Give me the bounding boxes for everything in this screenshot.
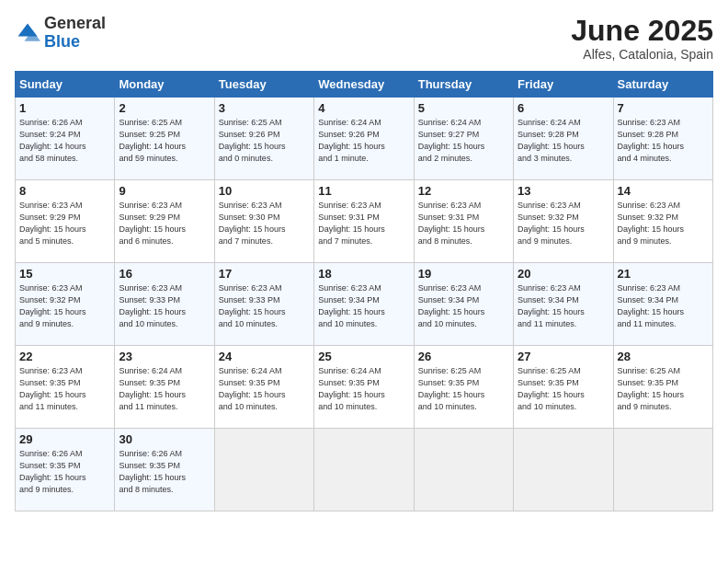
weekday-header: Wednesday [314, 72, 414, 98]
calendar-cell: 17Sunrise: 6:23 AM Sunset: 9:33 PM Dayli… [214, 263, 313, 346]
day-number: 5 [418, 101, 509, 115]
day-info: Sunrise: 6:25 AM Sunset: 9:25 PM Dayligh… [119, 117, 210, 165]
day-number: 15 [19, 267, 110, 281]
day-number: 14 [618, 184, 709, 198]
day-info: Sunrise: 6:23 AM Sunset: 9:32 PM Dayligh… [19, 282, 110, 330]
day-info: Sunrise: 6:23 AM Sunset: 9:29 PM Dayligh… [119, 200, 210, 247]
day-number: 24 [219, 350, 310, 363]
calendar-cell: 23Sunrise: 6:24 AM Sunset: 9:35 PM Dayli… [115, 346, 214, 429]
day-number: 20 [518, 267, 609, 281]
day-number: 29 [19, 432, 110, 446]
calendar-cell: 19Sunrise: 6:23 AM Sunset: 9:34 PM Dayli… [414, 263, 513, 346]
weekday-header: Tuesday [214, 72, 313, 98]
calendar-cell: 6Sunrise: 6:24 AM Sunset: 9:28 PM Daylig… [514, 98, 613, 180]
day-number: 26 [418, 350, 509, 363]
day-number: 2 [119, 101, 210, 115]
calendar-title: June 2025 [571, 15, 713, 47]
day-info: Sunrise: 6:23 AM Sunset: 9:31 PM Dayligh… [418, 200, 509, 247]
weekday-header-row: SundayMondayTuesdayWednesdayThursdayFrid… [16, 72, 713, 98]
day-number: 22 [19, 350, 110, 363]
logo: General Blue [15, 15, 106, 52]
calendar-cell: 26Sunrise: 6:25 AM Sunset: 9:35 PM Dayli… [414, 346, 513, 429]
day-number: 30 [119, 432, 210, 446]
calendar-cell: 2Sunrise: 6:25 AM Sunset: 9:25 PM Daylig… [115, 98, 214, 180]
calendar-cell: 8Sunrise: 6:23 AM Sunset: 9:29 PM Daylig… [16, 180, 115, 263]
calendar-cell: 29Sunrise: 6:26 AM Sunset: 9:35 PM Dayli… [16, 429, 115, 511]
calendar-table: SundayMondayTuesdayWednesdayThursdayFrid… [15, 71, 713, 511]
day-number: 27 [518, 350, 609, 363]
day-number: 21 [618, 267, 709, 281]
day-number: 17 [219, 267, 310, 281]
day-number: 3 [219, 101, 310, 115]
calendar-week-row: 15Sunrise: 6:23 AM Sunset: 9:32 PM Dayli… [16, 263, 713, 346]
calendar-cell: 1Sunrise: 6:26 AM Sunset: 9:24 PM Daylig… [16, 98, 115, 180]
logo-general: General [44, 14, 106, 32]
day-info: Sunrise: 6:23 AM Sunset: 9:33 PM Dayligh… [219, 282, 310, 330]
day-info: Sunrise: 6:24 AM Sunset: 9:35 PM Dayligh… [219, 365, 310, 413]
calendar-cell: 21Sunrise: 6:23 AM Sunset: 9:34 PM Dayli… [613, 263, 712, 346]
weekday-header: Friday [514, 72, 613, 98]
day-info: Sunrise: 6:24 AM Sunset: 9:35 PM Dayligh… [318, 365, 409, 413]
day-info: Sunrise: 6:25 AM Sunset: 9:35 PM Dayligh… [518, 365, 609, 413]
weekday-header: Saturday [613, 72, 712, 98]
day-number: 11 [318, 184, 409, 198]
day-number: 28 [618, 350, 709, 363]
calendar-week-row: 22Sunrise: 6:23 AM Sunset: 9:35 PM Dayli… [16, 346, 713, 429]
day-info: Sunrise: 6:23 AM Sunset: 9:30 PM Dayligh… [219, 200, 310, 247]
day-info: Sunrise: 6:23 AM Sunset: 9:32 PM Dayligh… [518, 200, 609, 247]
calendar-cell: 14Sunrise: 6:23 AM Sunset: 9:32 PM Dayli… [613, 180, 712, 263]
calendar-cell: 18Sunrise: 6:23 AM Sunset: 9:34 PM Dayli… [314, 263, 414, 346]
calendar-cell: 12Sunrise: 6:23 AM Sunset: 9:31 PM Dayli… [414, 180, 513, 263]
day-number: 23 [119, 350, 210, 363]
day-info: Sunrise: 6:23 AM Sunset: 9:31 PM Dayligh… [318, 200, 409, 247]
calendar-cell [314, 429, 414, 511]
logo-blue: Blue [44, 32, 80, 51]
day-info: Sunrise: 6:24 AM Sunset: 9:28 PM Dayligh… [518, 117, 609, 165]
title-area: June 2025 Alfes, Catalonia, Spain [571, 15, 713, 62]
day-number: 8 [19, 184, 110, 198]
weekday-header: Sunday [16, 72, 115, 98]
day-info: Sunrise: 6:25 AM Sunset: 9:35 PM Dayligh… [418, 365, 509, 413]
calendar-cell: 10Sunrise: 6:23 AM Sunset: 9:30 PM Dayli… [214, 180, 313, 263]
logo-icon [15, 20, 40, 46]
calendar-cell [414, 429, 513, 511]
day-number: 25 [318, 350, 409, 363]
calendar-cell [214, 429, 313, 511]
calendar-cell: 24Sunrise: 6:24 AM Sunset: 9:35 PM Dayli… [214, 346, 313, 429]
day-info: Sunrise: 6:23 AM Sunset: 9:34 PM Dayligh… [418, 282, 509, 330]
day-info: Sunrise: 6:23 AM Sunset: 9:34 PM Dayligh… [518, 282, 609, 330]
calendar-cell: 3Sunrise: 6:25 AM Sunset: 9:26 PM Daylig… [214, 98, 313, 180]
logo-text: General Blue [44, 15, 106, 52]
calendar-cell [514, 429, 613, 511]
calendar-cell: 15Sunrise: 6:23 AM Sunset: 9:32 PM Dayli… [16, 263, 115, 346]
day-number: 12 [418, 184, 509, 198]
day-info: Sunrise: 6:23 AM Sunset: 9:28 PM Dayligh… [618, 117, 709, 165]
day-info: Sunrise: 6:23 AM Sunset: 9:33 PM Dayligh… [119, 282, 210, 330]
calendar-cell: 25Sunrise: 6:24 AM Sunset: 9:35 PM Dayli… [314, 346, 414, 429]
calendar-cell: 28Sunrise: 6:25 AM Sunset: 9:35 PM Dayli… [613, 346, 712, 429]
day-info: Sunrise: 6:24 AM Sunset: 9:35 PM Dayligh… [119, 365, 210, 413]
day-number: 6 [518, 101, 609, 115]
calendar-cell: 7Sunrise: 6:23 AM Sunset: 9:28 PM Daylig… [613, 98, 712, 180]
calendar-cell: 30Sunrise: 6:26 AM Sunset: 9:35 PM Dayli… [115, 429, 214, 511]
page-header: General Blue June 2025 Alfes, Catalonia,… [15, 15, 713, 62]
calendar-cell: 9Sunrise: 6:23 AM Sunset: 9:29 PM Daylig… [115, 180, 214, 263]
day-info: Sunrise: 6:25 AM Sunset: 9:26 PM Dayligh… [219, 117, 310, 165]
day-number: 16 [119, 267, 210, 281]
day-info: Sunrise: 6:23 AM Sunset: 9:34 PM Dayligh… [618, 282, 709, 330]
calendar-week-row: 1Sunrise: 6:26 AM Sunset: 9:24 PM Daylig… [16, 98, 713, 180]
weekday-header: Monday [115, 72, 214, 98]
calendar-cell: 16Sunrise: 6:23 AM Sunset: 9:33 PM Dayli… [115, 263, 214, 346]
day-info: Sunrise: 6:26 AM Sunset: 9:35 PM Dayligh… [119, 448, 210, 496]
calendar-subtitle: Alfes, Catalonia, Spain [571, 47, 713, 62]
day-number: 4 [318, 101, 409, 115]
day-info: Sunrise: 6:23 AM Sunset: 9:29 PM Dayligh… [19, 200, 110, 247]
calendar-week-row: 29Sunrise: 6:26 AM Sunset: 9:35 PM Dayli… [16, 429, 713, 511]
day-info: Sunrise: 6:25 AM Sunset: 9:35 PM Dayligh… [618, 365, 709, 413]
calendar-cell: 11Sunrise: 6:23 AM Sunset: 9:31 PM Dayli… [314, 180, 414, 263]
day-info: Sunrise: 6:26 AM Sunset: 9:35 PM Dayligh… [19, 448, 110, 496]
calendar-cell: 22Sunrise: 6:23 AM Sunset: 9:35 PM Dayli… [16, 346, 115, 429]
day-number: 10 [219, 184, 310, 198]
day-info: Sunrise: 6:24 AM Sunset: 9:27 PM Dayligh… [418, 117, 509, 165]
day-info: Sunrise: 6:24 AM Sunset: 9:26 PM Dayligh… [318, 117, 409, 165]
